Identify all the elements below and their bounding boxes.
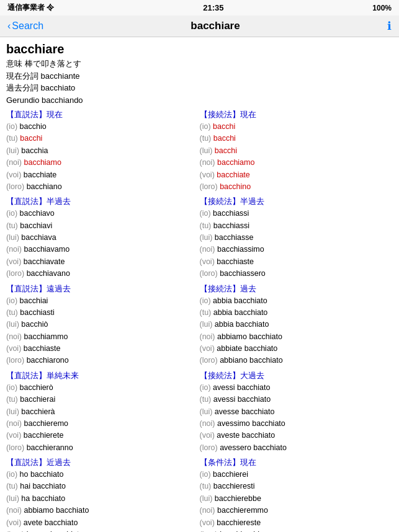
verb-form: avessimo bacchiato	[217, 419, 285, 428]
conjugation-section: 【接続法】過去(io) abbia bacchiato(tu) abbia ba…	[200, 284, 391, 367]
verb-form: bacchio	[20, 122, 47, 131]
person-label: (tu)	[200, 308, 213, 317]
conjugation-line: (voi) avete bacchiato	[6, 517, 197, 529]
person-label: (voi)	[200, 431, 217, 440]
left-column: 【直説法】現在(io) bacchio(tu) bacchi(lui) bacc…	[6, 110, 200, 532]
conjugation-line: (voi) abbiate bacchiato	[200, 343, 391, 355]
person-label: (lui)	[200, 407, 215, 416]
conjugation-line: (noi) bacchiavamo	[6, 244, 197, 255]
verb-form: bacchiavi	[20, 221, 52, 230]
info-icon[interactable]: ℹ	[387, 19, 392, 33]
verb-form: bacchiano	[27, 182, 62, 191]
verb-form: hai bacchiato	[20, 482, 66, 490]
person-label: (noi)	[6, 158, 24, 167]
right-column: 【接続法】現在(io) bacchi(tu) bacchi(lui) bacch…	[200, 110, 393, 532]
conjugation-section: 【直説法】近過去(io) ho bacchiato(tu) hai bacchi…	[6, 458, 197, 532]
person-label: (noi)	[6, 506, 24, 515]
verb-form: abbiamo bacchiato	[217, 332, 282, 341]
content: bacchiare 意味 棒で叩き落とす 現在分詞 bacchiante 過去分…	[0, 37, 399, 532]
person-label: (voi)	[200, 344, 217, 353]
verb-form: aveste bacchiato	[217, 431, 275, 440]
person-label: (loro)	[200, 356, 220, 365]
word-title: bacchiare	[6, 42, 393, 56]
section-header: 【接続法】現在	[200, 110, 391, 120]
person-label: (io)	[6, 383, 20, 392]
conjugation-line: (noi) bacchiammo	[6, 331, 197, 343]
verb-form: bacchi	[213, 122, 235, 131]
present-participle: 現在分詞 bacchiante	[6, 70, 393, 82]
conjugation-line: (noi) avessimo bacchiato	[200, 418, 391, 430]
person-label: (lui)	[200, 146, 215, 155]
person-label: (voi)	[200, 257, 217, 266]
person-label: (io)	[200, 383, 213, 392]
person-label: (tu)	[6, 482, 20, 490]
verb-form: bacchiai	[20, 296, 48, 305]
conjugation-line: (lui) avesse bacchiato	[200, 406, 391, 418]
conjugation-line: (voi) bacchiavate	[6, 256, 197, 268]
back-button[interactable]: ‹ Search	[7, 20, 43, 32]
verb-form: bacchi	[215, 146, 237, 155]
gerund: Gerundio bacchiando	[6, 94, 393, 107]
person-label: (voi)	[6, 431, 24, 440]
conjugation-line: (io) bacchiavo	[6, 208, 197, 219]
person-label: (lui)	[6, 407, 21, 416]
person-label: (tu)	[6, 395, 20, 404]
back-label: Search	[12, 20, 43, 32]
verb-form: bacchiava	[21, 233, 56, 242]
conjugation-line: (noi) bacchiamo	[6, 157, 197, 169]
conjugation-line: (loro) bacchiassero	[200, 268, 391, 280]
verb-form: avessi bacchiato	[213, 383, 270, 392]
person-label: (voi)	[6, 171, 24, 179]
conjugation-line: (noi) bacchieremmo	[200, 505, 391, 516]
verb-form: bacchi	[20, 134, 42, 143]
conjugation-line: (voi) bacchierete	[6, 430, 197, 441]
conjugation-line: (io) abbia bacchiato	[200, 295, 391, 307]
verb-form: avessero bacchiato	[220, 443, 287, 452]
person-label: (loro)	[6, 356, 27, 365]
conjugation-line: (lui) bacchierebbe	[200, 493, 391, 505]
verb-form: ho bacchiato	[20, 470, 64, 479]
conjugation-line: (loro) hanno bacchiato	[6, 529, 197, 532]
conjugation-line: (io) ho bacchiato	[6, 469, 197, 481]
person-label: (noi)	[6, 419, 24, 428]
person-label: (noi)	[200, 158, 217, 167]
person-label: (lui)	[6, 320, 21, 329]
person-label: (voi)	[200, 171, 217, 179]
verb-form: bacchiamo	[24, 158, 61, 167]
verb-form: abbiano bacchiato	[220, 356, 282, 365]
conjugation-line: (voi) bacchiate	[6, 169, 197, 181]
person-label: (noi)	[200, 419, 217, 428]
person-label: (lui)	[6, 146, 21, 155]
verb-form: bacchieremmo	[217, 506, 268, 515]
conjugation-line: (noi) bacchieremo	[6, 418, 197, 430]
section-header: 【条件法】現在	[200, 458, 391, 468]
conjugation-line: (loro) bacchieranno	[6, 442, 197, 454]
verb-form: bacchieremo	[24, 419, 68, 428]
verb-form: bacchierò	[20, 383, 53, 392]
person-label: (noi)	[200, 245, 217, 254]
person-label: (io)	[200, 122, 213, 131]
person-label: (voi)	[6, 518, 24, 527]
conjugation-line: (tu) bacchi	[6, 133, 197, 144]
verb-form: bacchieranno	[27, 443, 73, 452]
meaning-line: 意味 棒で叩き落とす	[6, 58, 393, 70]
conjugation-section: 【接続法】現在(io) bacchi(tu) bacchi(lui) bacch…	[200, 110, 391, 193]
chevron-left-icon: ‹	[7, 20, 11, 32]
verb-form: bacchiò	[21, 320, 48, 329]
verb-form: bacchino	[220, 182, 251, 191]
conjugation-line: (tu) bacchiasti	[6, 307, 197, 319]
person-label: (io)	[6, 470, 20, 479]
verb-form: bacchiavano	[27, 269, 70, 278]
status-bar: 通信事業者 令 21:35 100%	[0, 0, 399, 16]
verb-form: bacchierai	[20, 395, 55, 404]
section-header: 【直説法】現在	[6, 110, 197, 120]
section-header: 【直説法】単純未来	[6, 371, 197, 381]
conjugation-line: (loro) bacchiavano	[6, 268, 197, 280]
conjugation-line: (tu) bacchiavi	[6, 220, 197, 232]
verb-form: abbia bacchiato	[213, 296, 267, 305]
verb-form: bacchiate	[217, 171, 250, 179]
person-label: (noi)	[200, 332, 217, 341]
person-label: (tu)	[200, 395, 213, 404]
battery: 100%	[372, 4, 392, 12]
verb-form: bacchiassero	[220, 269, 266, 278]
